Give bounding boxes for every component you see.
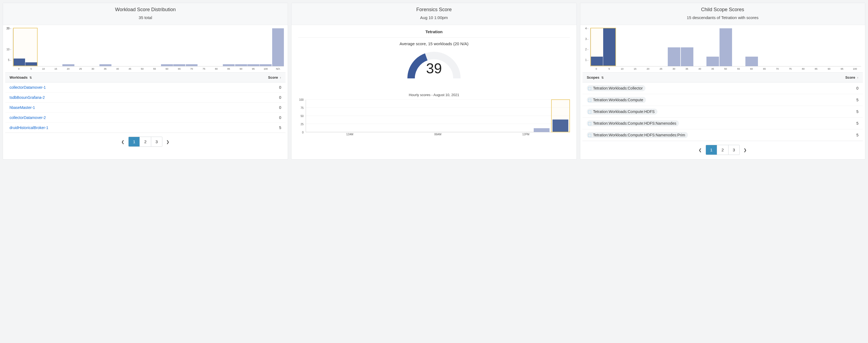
bar[interactable] — [719, 28, 732, 66]
bar[interactable] — [62, 64, 74, 66]
workload-score-panel: Workload Score Distribution 35 total 5 -… — [3, 3, 288, 160]
pager-page[interactable]: 3 — [151, 137, 162, 146]
child-scope-distribution-chart[interactable]: 1 -2 -3 -4 - 051015202530354045505560657… — [583, 28, 863, 70]
workloads-table: Workloads ⇅ Score ↑ collectorDatamover-1… — [5, 72, 285, 133]
hour-slot[interactable] — [400, 100, 419, 132]
panel-header: Forensics Score Aug 10 1:00pm — [291, 3, 576, 25]
panel-header: Child Scope Scores 15 descendants of Tet… — [580, 3, 865, 25]
scope-cube-icon: ⬚ — [588, 98, 591, 102]
table-row: tsdbBosunGrafana-20 — [5, 93, 285, 103]
bar[interactable] — [186, 64, 198, 66]
table-row: collectorDatamover-20 — [5, 113, 285, 123]
table-row: ⬚Tetration:Workloads:Compute:HDFS5 — [583, 106, 863, 117]
scope-pill[interactable]: ⬚Tetration:Workloads:Compute:HDFS:Nameno… — [587, 120, 679, 126]
hour-slot[interactable] — [532, 100, 551, 132]
table-row: ⬚Tetration:Workloads:Compute:HDFS:Nameno… — [583, 117, 863, 129]
bar[interactable] — [223, 64, 235, 66]
hour-slot[interactable] — [306, 100, 325, 132]
bar[interactable] — [13, 59, 25, 66]
hour-slot[interactable] — [363, 100, 381, 132]
bar[interactable] — [161, 64, 173, 66]
bar[interactable] — [173, 64, 185, 66]
pager-page[interactable]: 3 — [728, 145, 739, 155]
pager-next[interactable]: ❯ — [740, 146, 751, 155]
pager-prev[interactable]: ❮ — [695, 146, 706, 155]
workload-distribution-chart[interactable]: 5 -10 -20 -20 - 051015202530354045505560… — [5, 28, 285, 70]
sort-asc-icon: ↑ — [857, 76, 859, 79]
scope-cube-icon: ⬚ — [588, 86, 591, 90]
bar[interactable] — [272, 28, 284, 66]
forensics-score-panel: Forensics Score Aug 10 1:00pm Tetration … — [291, 3, 577, 160]
col-workloads[interactable]: Workloads ⇅ — [5, 73, 197, 82]
panel-title: Workload Score Distribution — [8, 7, 283, 12]
workload-link[interactable]: tsdbBosunGrafana-2 — [9, 95, 45, 100]
bar[interactable] — [668, 47, 680, 66]
bar[interactable] — [25, 62, 37, 66]
scope-cube-icon: ⬚ — [588, 121, 591, 126]
workload-link[interactable]: collectorDatamover-2 — [9, 115, 46, 120]
workload-link[interactable]: collectorDatamover-1 — [9, 85, 46, 90]
bar[interactable] — [99, 64, 112, 66]
sort-asc-icon: ↑ — [280, 76, 281, 79]
hour-slot[interactable] — [457, 100, 476, 132]
hour-slot[interactable] — [476, 100, 494, 132]
panel-header: Workload Score Distribution 35 total — [3, 3, 288, 25]
workloads-pager: ❮ 123 ❯ — [5, 137, 285, 147]
pager-next[interactable]: ❯ — [162, 137, 173, 146]
score-cell: 0 — [197, 103, 285, 113]
hour-slot[interactable] — [551, 100, 570, 132]
hour-slot[interactable] — [344, 100, 363, 132]
scopes-table: Scopes ⇅ Score ↑ ⬚Tetration:Workloads:Co… — [583, 72, 863, 141]
hour-slot[interactable] — [325, 100, 344, 132]
pager-prev[interactable]: ❮ — [117, 137, 128, 146]
table-row: hbaseMaster-10 — [5, 103, 285, 113]
bar[interactable] — [590, 57, 603, 66]
table-row: collectorDatamover-10 — [5, 82, 285, 93]
bar[interactable] — [603, 28, 616, 66]
hour-slot[interactable] — [438, 100, 457, 132]
hour-slot[interactable] — [494, 100, 513, 132]
panel-subtitle: 15 descendants of Tetration with scores — [585, 15, 860, 20]
bar[interactable] — [707, 57, 719, 66]
sort-icon: ⇅ — [601, 76, 604, 79]
hour-slot[interactable] — [513, 100, 532, 132]
bar[interactable] — [247, 64, 259, 66]
bar[interactable] — [745, 57, 758, 66]
panel-title: Forensics Score — [297, 7, 571, 12]
scopes-pager: ❮ 123 ❯ — [583, 145, 863, 155]
hourly-chart-title: Hourly scores - August 10, 2021 — [297, 93, 571, 97]
workload-link[interactable]: druidHistoricalBroker-1 — [9, 126, 48, 130]
score-cell: 5 — [816, 117, 863, 129]
score-cell: 0 — [197, 113, 285, 123]
pager-page[interactable]: 1 — [706, 145, 717, 155]
scope-pill[interactable]: ⬚Tetration:Workloads:Compute:HDFS — [587, 109, 657, 114]
panel-subtitle: 35 total — [8, 15, 283, 20]
scope-cube-icon: ⬚ — [588, 109, 591, 114]
forensics-gauge[interactable]: 39 — [405, 50, 463, 85]
child-scope-panel: Child Scope Scores 15 descendants of Tet… — [580, 3, 865, 160]
hourly-scores-chart[interactable]: 0255075100 12AM06AM12PM — [297, 100, 571, 138]
bar[interactable] — [235, 64, 247, 66]
workload-link[interactable]: hbaseMaster-1 — [9, 105, 35, 110]
table-row: ⬚Tetration:Workloads:Compute5 — [583, 94, 863, 106]
score-cell: 0 — [197, 93, 285, 103]
bar[interactable] — [681, 47, 693, 66]
bar[interactable] — [260, 64, 272, 66]
scope-pill[interactable]: ⬚Tetration:Workloads:Compute — [587, 97, 646, 103]
pager-page[interactable]: 2 — [140, 137, 151, 146]
hour-slot[interactable] — [419, 100, 438, 132]
scope-pill[interactable]: ⬚Tetration:Workloads:Compute:HDFS:Nameno… — [587, 132, 688, 138]
pager-page[interactable]: 1 — [129, 137, 140, 146]
hour-slot[interactable] — [381, 100, 400, 132]
col-score[interactable]: Score ↑ — [197, 73, 285, 82]
scope-pill[interactable]: ⬚Tetration:Workloads:Collector — [587, 85, 646, 91]
pager-page[interactable]: 2 — [717, 145, 728, 155]
gauge-value: 39 — [426, 60, 442, 76]
score-cell: 5 — [197, 123, 285, 133]
score-cell: 5 — [816, 94, 863, 106]
table-row: ⬚Tetration:Workloads:Compute:HDFS:Nameno… — [583, 129, 863, 141]
score-cell: 5 — [816, 129, 863, 141]
panel-title: Child Scope Scores — [585, 7, 860, 12]
col-scopes[interactable]: Scopes ⇅ — [583, 73, 816, 82]
col-score[interactable]: Score ↑ — [816, 73, 863, 82]
